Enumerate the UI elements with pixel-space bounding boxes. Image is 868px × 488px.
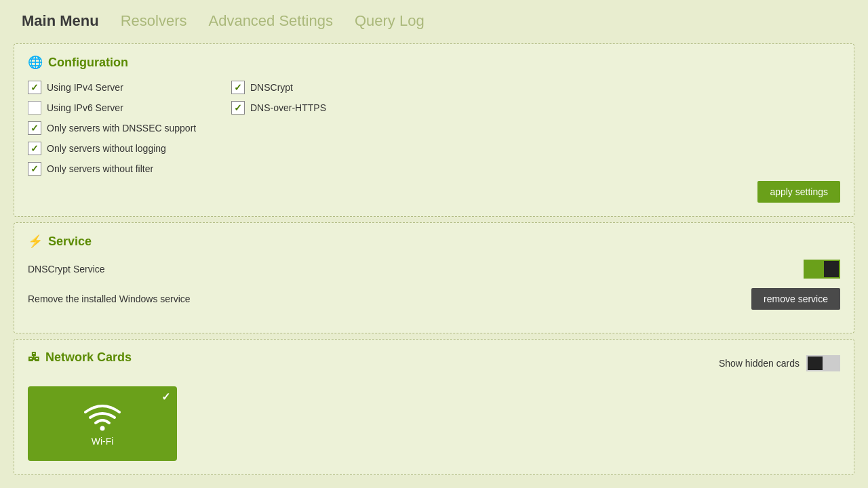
label-ipv6: Using IPv6 Server — [47, 102, 123, 113]
network-cards-container: ✓ Wi-Fi — [28, 386, 840, 461]
network-cards-section: 🖧 Network Cards Show hidden cards ✓ Wi — [14, 339, 854, 475]
remove-service-button[interactable]: remove service — [751, 288, 840, 310]
checkbox-dnssec-row: ✓ Only servers with DNSSEC support — [28, 121, 435, 135]
checkbox-ipv6[interactable] — [28, 101, 41, 115]
globe-icon: 🌐 — [28, 55, 43, 70]
configuration-checkboxes: ✓ Using IPv4 Server ✓ DNSCrypt Using IPv… — [28, 81, 840, 176]
wifi-card[interactable]: ✓ Wi-Fi — [28, 386, 177, 461]
service-section: ⚡ Service DNSCrypt Service Remove the in… — [14, 222, 854, 333]
label-dnssec: Only servers with DNSSEC support — [47, 123, 196, 134]
service-toggle-row: DNSCrypt Service — [28, 260, 840, 279]
top-nav: Main Menu Resolvers Advanced Settings Qu… — [0, 0, 868, 38]
service-label: DNSCrypt Service — [28, 264, 105, 274]
checkmark-nolog: ✓ — [31, 144, 39, 153]
service-title: ⚡ Service — [28, 234, 840, 249]
remove-service-label: Remove the installed Windows service — [28, 293, 191, 304]
label-doh: DNS-over-HTTPS — [250, 102, 326, 113]
service-toggle[interactable] — [804, 260, 840, 279]
checkbox-nofilter-row: ✓ Only servers without filter — [28, 162, 435, 176]
checkbox-ipv4-row: ✓ Using IPv4 Server — [28, 81, 231, 94]
checkbox-nofilter[interactable]: ✓ — [28, 162, 41, 176]
apply-settings-button[interactable]: apply settings — [757, 181, 840, 203]
nav-resolvers[interactable]: Resolvers — [121, 12, 187, 30]
checkmark-dnscrypt: ✓ — [234, 83, 242, 92]
show-hidden-toggle-thumb — [808, 357, 823, 370]
lightning-icon: ⚡ — [28, 234, 43, 249]
show-hidden-row: Show hidden cards — [719, 355, 840, 371]
checkmark-dnssec: ✓ — [31, 123, 39, 133]
show-hidden-toggle[interactable] — [806, 355, 840, 371]
checkbox-nolog-row: ✓ Only servers without logging — [28, 142, 435, 155]
checkbox-nolog[interactable]: ✓ — [28, 142, 41, 155]
label-ipv4: Using IPv4 Server — [47, 82, 123, 93]
label-dnscrypt: DNSCrypt — [250, 82, 293, 93]
checkbox-dnscrypt[interactable]: ✓ — [231, 81, 245, 94]
checkbox-ipv6-row: Using IPv6 Server — [28, 101, 231, 115]
network-icon: 🖧 — [28, 350, 40, 365]
checkbox-doh-row: ✓ DNS-over-HTTPS — [231, 101, 435, 115]
checkmark-doh: ✓ — [234, 103, 242, 113]
wifi-icon — [82, 401, 123, 433]
checkbox-dnscrypt-row: ✓ DNSCrypt — [231, 81, 435, 94]
checkbox-doh[interactable]: ✓ — [231, 101, 245, 115]
network-header: 🖧 Network Cards Show hidden cards — [28, 350, 840, 375]
show-hidden-label: Show hidden cards — [719, 358, 800, 369]
checkmark-ipv4: ✓ — [31, 83, 39, 92]
network-cards-title: 🖧 Network Cards — [28, 350, 132, 365]
service-toggle-track[interactable] — [804, 260, 840, 279]
configuration-section: 🌐 Configuration ✓ Using IPv4 Server ✓ DN… — [14, 43, 854, 217]
svg-point-0 — [100, 426, 105, 430]
wifi-card-label: Wi-Fi — [92, 436, 114, 447]
remove-service-row: Remove the installed Windows service rem… — [28, 288, 840, 310]
checkbox-ipv4[interactable]: ✓ — [28, 81, 41, 94]
configuration-footer: apply settings — [28, 181, 840, 203]
nav-query-log[interactable]: Query Log — [355, 12, 425, 30]
nav-advanced-settings[interactable]: Advanced Settings — [208, 12, 332, 30]
nav-main-menu[interactable]: Main Menu — [22, 12, 99, 30]
label-nolog: Only servers without logging — [47, 143, 166, 154]
service-toggle-thumb — [824, 261, 839, 277]
wifi-card-checkmark: ✓ — [161, 390, 170, 403]
label-nofilter: Only servers without filter — [47, 163, 153, 174]
configuration-title: 🌐 Configuration — [28, 55, 840, 70]
checkmark-nofilter: ✓ — [31, 164, 39, 174]
checkbox-dnssec[interactable]: ✓ — [28, 121, 41, 135]
